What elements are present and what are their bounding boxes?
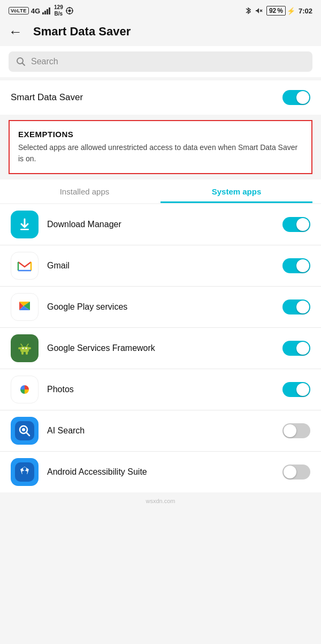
battery-indicator: 92 % ⚡ xyxy=(266,6,295,16)
app-icon-google-services-framework xyxy=(11,334,39,362)
app-row-google-play-services: Google Play services xyxy=(0,287,321,328)
tab-installed-apps[interactable]: Installed apps xyxy=(9,179,160,203)
page-title: Smart Data Saver xyxy=(33,25,131,39)
status-bar: VoLTE 4G 129 B/s xyxy=(0,0,321,19)
svg-point-28 xyxy=(23,467,26,470)
app-name-gmail: Gmail xyxy=(47,261,274,271)
toggle-android-accessibility[interactable] xyxy=(282,465,310,480)
search-placeholder: Search xyxy=(31,57,58,66)
network-type: 4G xyxy=(31,7,40,15)
toggle-photos[interactable] xyxy=(282,382,310,397)
time-display: 7:02 xyxy=(299,7,312,15)
mute-icon xyxy=(255,6,263,15)
exemptions-description: Selected apps are allowed unrestricted a… xyxy=(18,142,303,164)
app-name-google-play-services: Google Play services xyxy=(47,302,274,312)
app-name-photos: Photos xyxy=(47,385,274,394)
app-icon-download-manager xyxy=(11,211,39,238)
app-name-download-manager: Download Manager xyxy=(47,220,274,229)
app-name-ai-search: AI Search xyxy=(47,426,274,436)
toggle-ai-search[interactable] xyxy=(282,423,310,438)
back-button[interactable]: ← xyxy=(9,25,22,39)
app-row-photos: Photos xyxy=(0,369,321,410)
status-left: VoLTE 4G 129 B/s xyxy=(9,4,74,17)
svg-rect-1 xyxy=(44,11,46,14)
tab-system-apps[interactable]: System apps xyxy=(160,179,312,203)
app-list: Download Manager Gmail xyxy=(0,204,321,492)
svg-rect-19 xyxy=(20,347,29,352)
network-speed: 129 B/s xyxy=(54,4,63,17)
search-container: Search xyxy=(0,46,321,77)
smart-data-saver-label: Smart Data Saver xyxy=(11,92,83,103)
signal-icon xyxy=(42,7,52,14)
toggle-google-services-framework[interactable] xyxy=(282,341,310,356)
svg-rect-0 xyxy=(42,12,44,14)
app-icon-photos xyxy=(11,376,39,403)
settings-icon xyxy=(65,6,74,15)
top-bar: ← Smart Data Saver xyxy=(0,19,321,46)
toggle-google-play-services[interactable] xyxy=(282,299,310,314)
exemptions-section: EXEMPTIONS Selected apps are allowed unr… xyxy=(9,120,312,174)
toggle-gmail[interactable] xyxy=(282,258,310,273)
svg-rect-2 xyxy=(47,9,48,14)
smart-data-saver-row: Smart Data Saver xyxy=(0,80,321,115)
search-icon xyxy=(16,57,26,66)
toggle-download-manager[interactable] xyxy=(282,217,310,232)
app-icon-gmail xyxy=(11,252,39,280)
app-name-android-accessibility: Android Accessibility Suite xyxy=(47,467,274,477)
svg-rect-3 xyxy=(49,8,50,14)
svg-point-5 xyxy=(68,10,71,12)
search-bar[interactable]: Search xyxy=(9,51,312,72)
svg-line-13 xyxy=(22,63,25,66)
smart-data-saver-toggle[interactable] xyxy=(282,90,310,105)
status-right: 92 % ⚡ 7:02 xyxy=(245,6,312,16)
toggle-thumb xyxy=(296,91,309,104)
volte-badge: VoLTE xyxy=(9,7,29,14)
svg-rect-15 xyxy=(20,229,29,230)
app-icon-ai-search xyxy=(11,417,39,445)
app-row-android-accessibility: Android Accessibility Suite xyxy=(0,452,321,492)
app-name-google-services-framework: Google Services Framework xyxy=(47,343,274,353)
battery-percent: % xyxy=(277,7,283,14)
svg-point-20 xyxy=(22,348,24,349)
bluetooth-icon xyxy=(245,6,251,15)
tabs-container: Installed apps System apps xyxy=(0,179,321,203)
app-icon-google-play-services xyxy=(11,293,39,321)
svg-point-21 xyxy=(26,348,27,349)
app-icon-android-accessibility xyxy=(11,458,39,486)
app-row-google-services-framework: Google Services Framework xyxy=(0,328,321,369)
svg-point-26 xyxy=(22,428,25,431)
app-row-ai-search: AI Search xyxy=(0,410,321,452)
app-row-download-manager: Download Manager xyxy=(0,204,321,245)
watermark: wsxdn.com xyxy=(0,492,321,510)
charging-icon: ⚡ xyxy=(287,7,295,15)
exemptions-title: EXEMPTIONS xyxy=(18,130,303,139)
app-row-gmail: Gmail xyxy=(0,245,321,287)
